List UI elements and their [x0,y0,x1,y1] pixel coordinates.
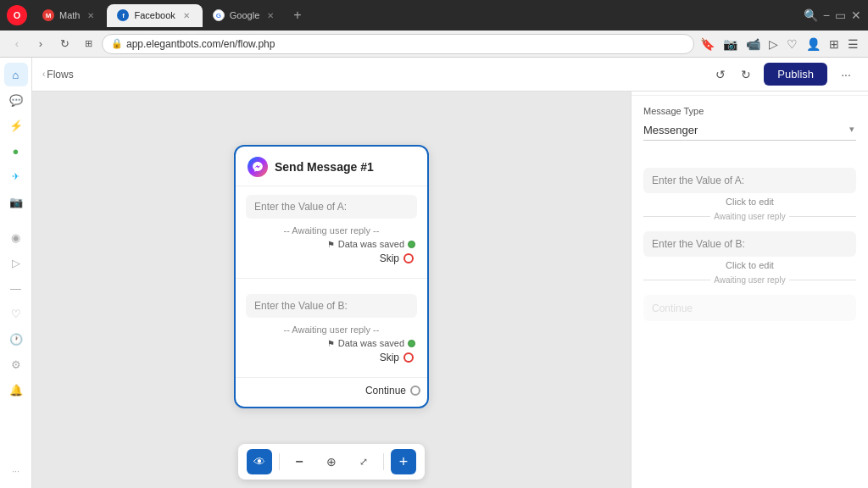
bell-icon: 🔔 [9,384,23,396]
move-button[interactable]: ⤢ [351,449,376,474]
new-tab-button[interactable]: + [287,8,308,23]
arrow-icon: ▷ [12,257,20,269]
canvas-area[interactable]: Send Message #1 Enter the Value of A: --… [32,92,631,488]
forward-button[interactable]: › [31,34,51,54]
flow-section-a: Enter the Value of A: -- Awaiting user r… [236,186,427,271]
circle-icon: ◉ [11,231,20,244]
heart-nav-icon: ♡ [11,308,21,320]
sidebar-item-home[interactable]: ⌂ [4,63,28,86]
sidebar-item-arrow[interactable]: ▷ [4,251,28,274]
refresh-button[interactable]: ↻ [54,34,75,54]
click-to-edit-b[interactable]: Click to edit [643,260,856,270]
awaiting-text-b: Awaiting user reply [714,275,785,285]
sidebar-item-chat[interactable]: 💬 [4,88,28,112]
whatsapp-icon: ● [13,145,19,158]
zoom-out-icon: − [295,454,303,469]
panel-continue-text: Continue [652,302,693,314]
awaiting-line-b: Awaiting user reply [643,275,856,285]
sidebar-item-heart[interactable]: ♡ [4,302,28,325]
camera-icon[interactable]: 📹 [743,35,763,53]
skip-row-a: Skip [246,252,417,264]
sidebar-item-circle[interactable]: ◉ [4,225,28,249]
gear-icon: ⚙ [11,358,21,371]
screenshot-icon[interactable]: 📷 [721,35,740,53]
save-symbol-icon: ⚑ [327,239,335,248]
tab-math-close[interactable]: ✕ [85,9,97,22]
close-window-button[interactable]: ✕ [851,8,861,22]
flows-breadcrumb[interactable]: ‹ Flows [42,69,74,80]
sidebar-item-clock[interactable]: 🕐 [4,327,28,351]
red-circle-continue [410,385,420,396]
search-icon[interactable]: 🔍 [804,8,818,22]
lock-icon: 🔒 [111,38,123,49]
tab-math[interactable]: M Math ✕ [32,4,107,27]
home-button[interactable]: ⊞ [78,34,98,54]
clock-icon: 🕐 [9,333,23,346]
flow-saved-row-b: ⚑ Data was saved [246,338,417,348]
menu-icon[interactable]: ☰ [845,35,861,53]
skip-row-b: Skip [246,352,417,363]
more-icon: ··· [12,467,19,476]
sidebar-item-whatsapp[interactable]: ● [4,139,28,163]
sidebar-item-bell[interactable]: 🔔 [4,378,28,402]
panel-input-a[interactable]: Enter the Value of A: [643,168,856,193]
profile-icon[interactable]: 👤 [804,35,823,53]
sidebar-item-more[interactable]: ··· [4,459,28,483]
message-type-select-wrapper[interactable]: Messenger [643,120,856,154]
undo-redo-controls: ↺ ↻ [709,64,757,86]
flow-card-title: Send Message #1 [275,160,374,174]
minimize-button[interactable]: − [823,8,830,22]
add-icon: + [399,453,409,471]
zoom-in-button[interactable]: ⊕ [319,449,344,474]
message-type-label: Message Type [643,106,856,116]
bookmark-icon[interactable]: 🔖 [698,35,717,53]
sidebar-item-settings[interactable]: ⚙ [4,352,28,376]
more-options-button[interactable]: ··· [834,63,858,86]
saved-text-a: Data was saved [338,239,404,249]
green-dot-b [408,339,415,347]
red-circle-a [403,253,414,263]
flow-saved-row-a: ⚑ Data was saved [246,239,417,249]
skip-label-a: Skip [380,252,399,264]
back-button[interactable]: ‹ [7,34,27,54]
sidebar-item-messenger[interactable]: ⚡ [4,114,28,137]
tab-google[interactable]: G Google ✕ [203,4,287,27]
bottom-toolbar: 👁 − ⊕ ⤢ + [238,444,425,480]
tab-google-close[interactable]: ✕ [264,9,276,22]
panel-input-b[interactable]: Enter the Value of B: [643,231,856,257]
redo-button[interactable]: ↻ [735,64,757,86]
sidebar-item-telegram[interactable]: ✈ [4,164,28,188]
sidebar-item-instagram[interactable]: 📷 [4,190,28,214]
zoom-out-button[interactable]: − [287,449,312,474]
publish-button[interactable]: Publish [764,63,827,86]
eye-button[interactable]: 👁 [247,449,272,474]
toolbar-divider-2 [383,453,384,470]
flow-input-b: Enter the Value of B: [246,294,417,318]
maximize-button[interactable]: ▭ [835,8,846,22]
extensions-icon[interactable]: ⊞ [826,35,842,53]
add-node-button[interactable]: + [391,449,416,474]
address-text: app.elegantbots.com/en/flow.php [126,38,685,50]
undo-button[interactable]: ↺ [709,64,732,86]
messenger-brand-icon [248,157,268,177]
skip-label-b: Skip [380,352,399,363]
right-panel: Send Message #1 ✕ Message Type Messenger… [631,58,868,488]
flows-label: Flows [47,69,73,80]
sidebar-item-dash[interactable]: — [4,276,28,300]
address-bar[interactable]: 🔒 app.elegantbots.com/en/flow.php [102,34,694,54]
saved-text-b: Data was saved [338,338,404,348]
top-bar: ‹ Flows ↺ ↻ Publish ··· [32,58,868,92]
tab-google-label: Google [230,10,259,20]
continue-divider [236,377,427,378]
continue-row: Continue [236,385,427,396]
browser-right-icons: 🔖 📷 📹 ▷ ♡ 👤 ⊞ ☰ [698,35,861,53]
flow-awaiting-b: -- Awaiting user reply -- [246,324,417,335]
heart-icon[interactable]: ♡ [784,35,800,53]
click-to-edit-a[interactable]: Click to edit [643,197,856,207]
chat-icon: 💬 [9,94,23,107]
message-type-select[interactable]: Messenger [643,120,856,141]
tab-facebook-close[interactable]: ✕ [181,9,192,22]
play-icon[interactable]: ▷ [766,35,781,53]
tab-facebook[interactable]: f Facebook ✕ [107,4,202,27]
telegram-icon: ✈ [12,171,19,182]
